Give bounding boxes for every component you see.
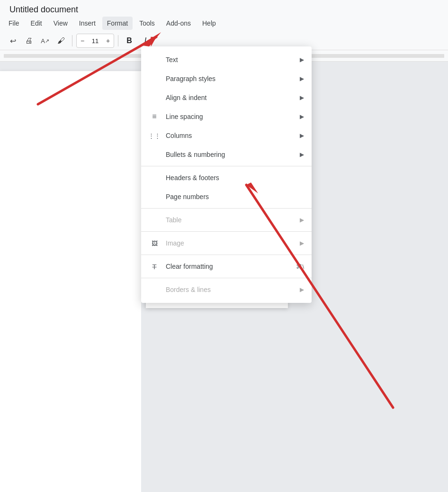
text-label: Text (166, 56, 296, 64)
paragraph-styles-icon (149, 73, 160, 84)
dropdown-item-columns[interactable]: ⋮⋮ Columns ▶ (141, 126, 312, 145)
menu-format[interactable]: Format (102, 17, 133, 30)
title-bar: Untitled document (0, 0, 448, 15)
font-size-value[interactable]: 11 (88, 37, 102, 45)
headers-footers-icon (149, 172, 160, 183)
dropdown-item-paragraph-styles[interactable]: Paragraph styles ▶ (141, 69, 312, 88)
table-icon (149, 214, 160, 226)
toolbar-divider (72, 35, 72, 46)
divider-1 (141, 166, 312, 166)
undo-button[interactable]: ↩ (6, 34, 20, 48)
borders-lines-arrow: ▶ (300, 286, 304, 293)
clear-formatting-icon: T (149, 261, 160, 272)
left-page (0, 71, 141, 492)
line-spacing-label: Line spacing (166, 113, 296, 120)
divider-5 (141, 278, 312, 278)
menu-help[interactable]: Help (197, 17, 221, 30)
image-icon: 🖼 (149, 237, 160, 249)
dropdown-item-headers-footers[interactable]: Headers & footers (141, 168, 312, 187)
dropdown-item-clear-formatting[interactable]: T Clear formatting ⌘\ (141, 257, 312, 276)
menu-view[interactable]: View (49, 17, 72, 30)
left-doc-area (0, 62, 141, 492)
dropdown-item-table: Table ▶ (141, 210, 312, 229)
image-label: Image (166, 239, 296, 247)
menu-insert[interactable]: Insert (74, 17, 100, 30)
divider-4 (141, 255, 312, 255)
dropdown-item-text[interactable]: Text ▶ (141, 50, 312, 69)
font-size-decrease[interactable]: − (77, 34, 88, 47)
font-size-increase[interactable]: + (102, 34, 114, 47)
divider-2 (141, 208, 312, 209)
menu-file[interactable]: File (4, 17, 24, 30)
dropdown-item-image: 🖼 Image ▶ (141, 234, 312, 253)
menu-addons[interactable]: Add-ons (161, 17, 196, 30)
spellcheck-button[interactable]: A↗ (38, 34, 52, 48)
headers-footers-label: Headers & footers (166, 174, 304, 182)
font-size-control: − 11 + (76, 34, 114, 48)
dropdown-item-align-indent[interactable]: Align & indent ▶ (141, 88, 312, 107)
columns-icon: ⋮⋮ (149, 130, 160, 141)
borders-lines-label: Borders & lines (166, 286, 296, 293)
text-arrow: ▶ (300, 56, 304, 63)
divider-3 (141, 231, 312, 232)
toolbar-divider2 (118, 35, 118, 46)
columns-arrow: ▶ (300, 132, 304, 139)
bullets-numbering-arrow: ▶ (300, 151, 304, 158)
menu-bar: File Edit View Insert Format Tools Add-o… (0, 15, 448, 32)
clear-formatting-label: Clear formatting (166, 263, 285, 270)
columns-label: Columns (166, 132, 296, 139)
menu-edit[interactable]: Edit (26, 17, 47, 30)
page-numbers-icon (149, 191, 160, 202)
align-indent-icon (149, 92, 160, 103)
table-label: Table (166, 216, 296, 224)
image-arrow: ▶ (300, 240, 304, 246)
line-spacing-arrow: ▶ (300, 113, 304, 120)
bullets-numbering-icon (149, 149, 160, 160)
table-arrow: ▶ (300, 217, 304, 223)
bold-button[interactable]: B (122, 34, 136, 48)
line-spacing-icon: ≡ (149, 111, 160, 122)
align-indent-label: Align & indent (166, 94, 296, 101)
clear-formatting-shortcut: ⌘\ (296, 263, 304, 270)
text-icon (149, 54, 160, 65)
menu-tools[interactable]: Tools (134, 17, 160, 30)
paragraph-styles-label: Paragraph styles (166, 75, 296, 82)
align-indent-arrow: ▶ (300, 94, 304, 101)
italic-button[interactable]: I (138, 34, 152, 48)
paint-format-button[interactable]: 🖌 (54, 34, 68, 48)
document-title: Untitled document (9, 5, 78, 14)
dropdown-item-page-numbers[interactable]: Page numbers (141, 187, 312, 206)
bullets-numbering-label: Bullets & numbering (166, 151, 296, 158)
dropdown-item-bullets-numbering[interactable]: Bullets & numbering ▶ (141, 145, 312, 164)
borders-lines-icon (149, 284, 160, 295)
paragraph-styles-arrow: ▶ (300, 75, 304, 82)
app-container: Untitled document File Edit View Insert … (0, 0, 448, 492)
dropdown-item-line-spacing[interactable]: ≡ Line spacing ▶ (141, 107, 312, 126)
print-button[interactable]: 🖨 (22, 34, 36, 48)
format-dropdown-menu: Text ▶ Paragraph styles ▶ Align & indent… (141, 46, 312, 303)
page-numbers-label: Page numbers (166, 193, 304, 200)
dropdown-item-borders-lines: Borders & lines ▶ (141, 280, 312, 299)
